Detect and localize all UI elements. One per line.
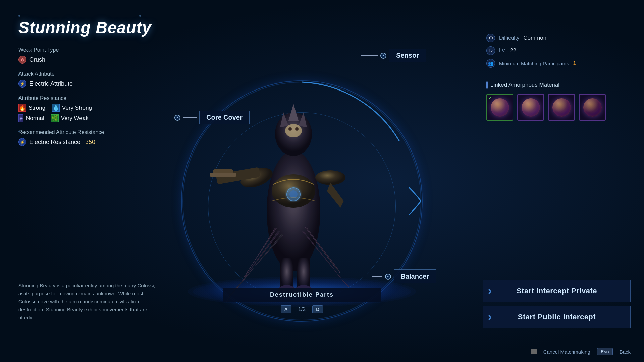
level-label: Lv. (499, 48, 506, 54)
very-strong-icon: 💧 (52, 104, 60, 112)
left-panel: Stunning Beauty Weak Point Type ⊙ Crush … (18, 18, 163, 154)
attribute-resistance-label: Attribute Resistance (18, 95, 163, 101)
core-cover-box: Core Cover (199, 111, 250, 124)
recommended-number: 350 (85, 139, 95, 146)
matching-value: 1 (573, 60, 576, 67)
material-orb-3 (552, 98, 571, 117)
boss-character (210, 94, 377, 312)
attack-attribute-text: Electric Attribute (29, 80, 73, 87)
right-panel: ⚙ Difficulty Common Lv Lv. 22 👥 Minimum … (486, 34, 631, 127)
cancel-matchmaking-label[interactable]: Cancel Matchmaking (543, 349, 590, 355)
destructible-nav: A 1/2 D (281, 305, 323, 313)
recommended-section: Recommended Attribute Resistance ⚡ Elect… (18, 129, 163, 146)
back-label[interactable]: Back (620, 349, 631, 355)
linked-label: Linked Amorphous Material (486, 81, 631, 89)
weak-point-text: Crush (29, 56, 45, 63)
sensor-box: Sensor (389, 49, 426, 62)
resistance-normal: ◈ Normal (18, 114, 44, 122)
resistance-icon: ⚡ (18, 138, 26, 146)
resistance-row: 🔥 Strong 💧 Very Strong (18, 104, 163, 112)
matching-icon: 👥 (486, 59, 495, 68)
nav-next-key[interactable]: D (312, 305, 323, 313)
material-orb-4 (583, 98, 602, 117)
attack-attribute-value: ⚡ Electric Attribute (18, 80, 163, 88)
resistance-strong: 🔥 Strong (18, 104, 45, 112)
linked-bar (486, 81, 488, 89)
start-private-button[interactable]: Start Intercept Private (483, 280, 631, 302)
sensor-label: Sensor (361, 49, 426, 62)
crush-icon: ⊙ (18, 56, 26, 64)
level-value: 22 (510, 47, 516, 54)
balancer-line (372, 276, 382, 277)
attack-attribute-label: Attack Attribute (18, 71, 163, 77)
deco-dot-1 (18, 15, 20, 17)
linked-material-section: Linked Amorphous Material ✓ (486, 81, 631, 121)
matching-row: 👥 Minimum Matching Participants 1 (486, 59, 631, 68)
sensor-line (361, 55, 378, 56)
balancer-box: Balancer (394, 269, 436, 283)
attack-attribute-section: Attack Attribute ⚡ Electric Attribute (18, 71, 163, 88)
difficulty-label: Difficulty (499, 35, 519, 41)
attribute-resistance-section: Attribute Resistance 🔥 Strong 💧 Very Str… (18, 95, 163, 122)
matching-label: Minimum Matching Participants (499, 61, 569, 66)
action-buttons: Start Intercept Private Start Public Int… (483, 280, 631, 328)
recommended-text: Electric Resistance (29, 139, 80, 146)
linked-label-text: Linked Amorphous Material (490, 82, 559, 88)
recommended-value: ⚡ Electric Resistance 350 (18, 138, 163, 146)
normal-icon: ◈ (18, 114, 23, 122)
obtained-check-1: ✓ (488, 95, 492, 100)
material-orb-1 (491, 98, 509, 117)
svg-point-22 (285, 124, 302, 137)
svg-point-24 (295, 127, 299, 131)
recommended-label: Recommended Attribute Resistance (18, 129, 163, 135)
resistance-very-strong: 💧 Very Strong (52, 104, 92, 112)
material-orb-2 (522, 98, 540, 117)
very-weak-icon: 🌿 (51, 114, 59, 122)
svg-rect-13 (210, 173, 236, 177)
svg-point-23 (288, 127, 292, 131)
weak-point-section: Weak Point Type ⊙ Crush (18, 47, 163, 64)
bottom-bar: Cancel Matchmaking Esc Back (531, 348, 631, 355)
strong-icon: 🔥 (18, 104, 26, 112)
svg-point-17 (289, 190, 298, 198)
center-area: Sensor Core Cover Balancer Destructible … (117, 0, 486, 362)
cancel-matchmaking-icon (531, 349, 537, 354)
material-item-1: ✓ (486, 94, 513, 121)
balancer-dot (385, 274, 391, 280)
destructible-bar: Destructible Parts A 1/2 D (223, 288, 381, 313)
boss-silhouette (210, 94, 377, 312)
material-item-3 (548, 94, 575, 121)
material-item-2 (517, 94, 544, 121)
destructible-title: Destructible Parts (223, 288, 381, 302)
difficulty-icon: ⚙ (486, 34, 495, 42)
core-line (183, 117, 197, 118)
start-public-button[interactable]: Start Public Intercept (483, 306, 631, 328)
back-key[interactable]: Esc (597, 348, 613, 355)
balancer-label: Balancer (372, 269, 436, 283)
difficulty-row: ⚙ Difficulty Common (486, 34, 631, 42)
level-icon: Lv (486, 46, 495, 55)
resistance-very-weak: 🌿 Very Weak (51, 114, 89, 122)
nav-prev-key[interactable]: A (281, 305, 291, 313)
separator (486, 76, 631, 76)
material-item-4 (579, 94, 606, 121)
core-cover-label: Core Cover (174, 111, 250, 124)
description-text: Stunning Beauty is a peculiar entity amo… (18, 282, 159, 322)
weak-point-label: Weak Point Type (18, 47, 163, 53)
sensor-dot (380, 53, 386, 59)
difficulty-value: Common (523, 35, 546, 41)
destructible-page: 1/2 (298, 306, 306, 312)
weak-point-value: ⊙ Crush (18, 56, 163, 64)
svg-marker-7 (288, 104, 299, 121)
boss-title: Stunning Beauty (18, 18, 163, 37)
resistance-row-2: ◈ Normal 🌿 Very Weak (18, 114, 163, 122)
svg-point-5 (267, 151, 320, 272)
core-dot (174, 115, 180, 121)
level-row: Lv Lv. 22 (486, 46, 631, 55)
electric-icon: ⚡ (18, 80, 26, 88)
material-grid: ✓ (486, 94, 631, 121)
